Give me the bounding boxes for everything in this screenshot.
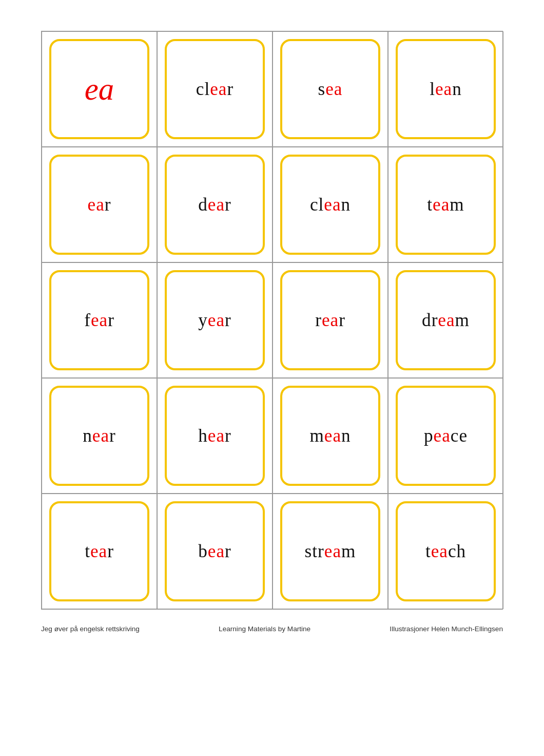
ea-label: ea (85, 71, 114, 107)
red-part: ea (88, 195, 105, 215)
footer-left: Jeg øver på engelsk rettskriving (41, 625, 140, 633)
grid-cell-near: near (42, 378, 157, 494)
grid-cell-sea: sea (273, 31, 388, 147)
red-part: ea (435, 79, 452, 99)
grid-cell-dream: dream (388, 262, 503, 378)
grid-cell-bear: bear (157, 494, 273, 609)
red-part: ea (92, 426, 109, 446)
card-near: near (49, 386, 149, 486)
card-bear: bear (165, 501, 265, 601)
word-hear: hear (198, 426, 231, 446)
word-dream: dream (422, 310, 470, 331)
word-mean: mean (309, 426, 351, 446)
word-peace: peace (424, 426, 468, 446)
red-part: ea (431, 541, 448, 561)
card-lean: lean (396, 39, 496, 139)
card-tear: tear (49, 501, 149, 601)
word-rear: rear (315, 310, 345, 331)
card-hear: hear (165, 386, 265, 486)
word-fear: fear (84, 310, 114, 331)
card-teach: teach (396, 501, 496, 601)
card-peace: peace (396, 386, 496, 486)
card-team: team (396, 155, 496, 255)
word-clean: clean (310, 195, 351, 215)
card-ear: ear (49, 155, 149, 255)
grid-cell-rear: rear (273, 262, 388, 378)
word-lean: lean (430, 79, 462, 100)
red-part: ea (208, 541, 225, 561)
word-team: team (427, 195, 464, 215)
footer: Jeg øver på engelsk rettskriving Learnin… (41, 625, 503, 633)
red-part: ea (433, 195, 450, 215)
word-bear: bear (198, 541, 231, 562)
grid-cell-team: team (388, 147, 503, 262)
red-part: ea (322, 310, 339, 330)
footer-center: Learning Materials by Martine (219, 625, 310, 633)
card-dream: dream (396, 270, 496, 370)
grid-cell-dear: dear (157, 147, 273, 262)
footer-right: Illustrasjoner Helen Munch-Ellingsen (390, 625, 503, 633)
card-sea: sea (280, 39, 380, 139)
word-sea: sea (318, 79, 343, 100)
red-part: ea (434, 426, 451, 446)
word-tear: tear (85, 541, 114, 562)
red-part: ea (90, 541, 107, 561)
card-year: year (165, 270, 265, 370)
word-grid: eaclearsealeaneardearcleanteamfearyearre… (41, 31, 503, 610)
red-part: ea (208, 426, 225, 446)
grid-cell-stream: stream (273, 494, 388, 609)
grid-cell-mean: mean (273, 378, 388, 494)
grid-cell-ear: ear (42, 147, 157, 262)
red-part: ea (324, 426, 341, 446)
grid-cell-clear: clear (157, 31, 273, 147)
card-fear: fear (49, 270, 149, 370)
page: eaclearsealeaneardearcleanteamfearyearre… (0, 0, 544, 756)
word-clear: clear (196, 79, 234, 100)
red-part: ea (208, 195, 225, 215)
grid-cell-ea-header: ea (42, 31, 157, 147)
red-part: ea (208, 310, 225, 330)
card-dear: dear (165, 155, 265, 255)
card-stream: stream (280, 501, 380, 601)
grid-cell-lean: lean (388, 31, 503, 147)
word-year: year (198, 310, 231, 331)
card-mean: mean (280, 386, 380, 486)
grid-cell-teach: teach (388, 494, 503, 609)
grid-cell-peace: peace (388, 378, 503, 494)
word-stream: stream (305, 541, 356, 562)
word-teach: teach (425, 541, 466, 562)
card-rear: rear (280, 270, 380, 370)
red-part: ea (438, 310, 455, 330)
word-dear: dear (198, 195, 231, 215)
grid-cell-clean: clean (273, 147, 388, 262)
grid-cell-tear: tear (42, 494, 157, 609)
card-ea-header: ea (49, 39, 149, 139)
red-part: ea (324, 541, 341, 561)
word-near: near (83, 426, 116, 446)
red-part: ea (325, 79, 342, 99)
word-ear: ear (88, 195, 111, 215)
card-clear: clear (165, 39, 265, 139)
red-part: ea (91, 310, 108, 330)
red-part: ea (324, 195, 341, 215)
red-part: ea (210, 79, 227, 99)
card-clean: clean (280, 155, 380, 255)
grid-cell-fear: fear (42, 262, 157, 378)
grid-cell-year: year (157, 262, 273, 378)
grid-cell-hear: hear (157, 378, 273, 494)
